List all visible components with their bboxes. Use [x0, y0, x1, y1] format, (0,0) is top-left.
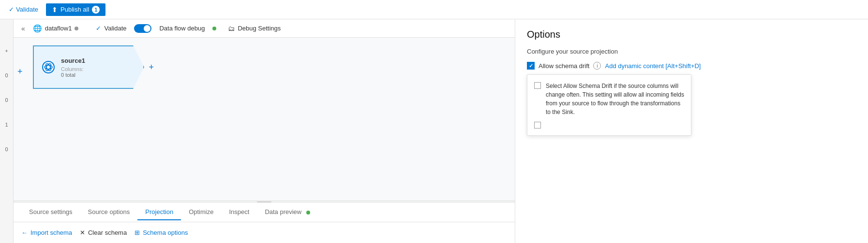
tooltip-checkbox-1[interactable] [534, 82, 541, 89]
dynamic-content-link[interactable]: Add dynamic content [Alt+Shift+D] [605, 62, 701, 70]
tab-source-settings[interactable]: Source settings [21, 204, 80, 220]
sidebar-num-2: 0 [5, 98, 8, 103]
tooltip-row-2 [534, 121, 684, 129]
plus-add-icon[interactable]: + [17, 67, 23, 77]
sidebar-num-4: 0 [5, 147, 8, 152]
clear-schema-label: Clear schema [88, 229, 127, 236]
node-name: source1 [61, 57, 136, 64]
main-toolbar: ✓ Validate ⬆ Publish all 1 [0, 0, 868, 19]
sidebar-num-1: 0 [5, 73, 8, 78]
schema-options-icon: ⊞ [135, 229, 140, 236]
validate-sub-item[interactable]: ✓ Validate [96, 25, 126, 32]
debug-label: Data flow debug [159, 25, 205, 32]
tooltip-row-1: Select Allow Schema Drift if the source … [534, 82, 684, 116]
import-schema-label: Import schema [30, 229, 72, 236]
chevron-nav-item[interactable]: « [21, 25, 25, 32]
bottom-tabs-container: Source settings Source options Projectio… [14, 200, 515, 243]
bottom-tabs: Source settings Source options Projectio… [14, 203, 515, 222]
schema-drift-info-icon[interactable]: i [593, 62, 601, 70]
dataflow-icon: 🌐 [33, 24, 42, 33]
node-info: source1 Columns: 0 total [61, 57, 136, 78]
sidebar-num-0: + [5, 48, 8, 54]
import-schema-button[interactable]: ← Import schema [21, 227, 72, 238]
tooltip-checkbox-2[interactable] [534, 122, 541, 129]
validate-label: Validate [16, 6, 38, 13]
node-add-button[interactable]: + [149, 62, 154, 72]
source-node[interactable]: source1 Columns: 0 total [33, 45, 144, 89]
tab-inspect[interactable]: Inspect [221, 204, 257, 220]
debug-status-indicator [212, 27, 216, 30]
right-panel: Options Configure your source projection… [515, 19, 868, 243]
sub-toolbar: « 🌐 dataflow1 ✓ Validate Data flow debug… [14, 19, 515, 38]
chevron-left-icon: « [21, 25, 25, 32]
panel-subtitle: Configure your source projection [527, 48, 856, 55]
tooltip-text: Select Allow Schema Drift if the source … [546, 82, 684, 116]
tooltip-box: Select Allow Schema Drift if the source … [527, 74, 691, 136]
tab-source-options[interactable]: Source options [80, 204, 138, 220]
schema-options-label: Schema options [143, 229, 188, 236]
node-columns-value: 0 total [61, 72, 136, 78]
checkmark-icon: ✓ [9, 6, 14, 13]
tab-data-preview[interactable]: Data preview [257, 204, 318, 220]
node-columns-label: Columns: [61, 66, 136, 72]
publish-label: Publish all [60, 6, 89, 13]
allow-schema-drift-row: Allow schema drift i Add dynamic content… [527, 62, 856, 70]
publish-badge: 1 [92, 6, 100, 14]
publish-icon: ⬆ [52, 6, 58, 14]
validate-button[interactable]: ✓ Validate [5, 4, 42, 15]
clear-schema-button[interactable]: ✕ Clear schema [80, 227, 127, 238]
data-preview-indicator [306, 211, 310, 214]
left-sidebar: + 0 0 1 0 [0, 19, 14, 243]
schema-options-button[interactable]: ⊞ Schema options [135, 227, 188, 238]
debug-toggle[interactable] [134, 24, 151, 33]
canvas: + source1 Columns: 0 [14, 38, 515, 200]
node-container: source1 Columns: 0 total + [33, 45, 144, 89]
bottom-actions: ← Import schema ✕ Clear schema ⊞ Schema … [14, 222, 515, 243]
dataflow-name: dataflow1 [45, 25, 72, 32]
settings-icon: 🗂 [228, 25, 235, 32]
validate-sub-label: Validate [104, 25, 126, 32]
allow-schema-drift-label: Allow schema drift [539, 62, 589, 70]
tab-projection[interactable]: Projection [137, 204, 181, 220]
debug-settings-button[interactable]: 🗂 Debug Settings [224, 23, 284, 34]
panel-title: Options [527, 29, 856, 40]
main-layout: + 0 0 1 0 « 🌐 dataflow1 ✓ Validate [0, 19, 868, 243]
allow-schema-drift-checkbox[interactable] [527, 62, 535, 70]
publish-button[interactable]: ⬆ Publish all 1 [46, 3, 105, 16]
resize-bar [257, 201, 271, 202]
clear-icon: ✕ [80, 229, 85, 236]
dataflow-tab[interactable]: 🌐 dataflow1 [33, 24, 79, 33]
node-source-icon [41, 59, 56, 75]
unsaved-indicator [75, 27, 78, 30]
sidebar-num-3: 1 [5, 122, 8, 128]
import-icon: ← [21, 229, 28, 236]
canvas-area: « 🌐 dataflow1 ✓ Validate Data flow debug… [14, 19, 515, 243]
validate-check-icon: ✓ [96, 25, 101, 32]
tab-optimize[interactable]: Optimize [181, 204, 221, 220]
debug-settings-label: Debug Settings [238, 25, 281, 32]
